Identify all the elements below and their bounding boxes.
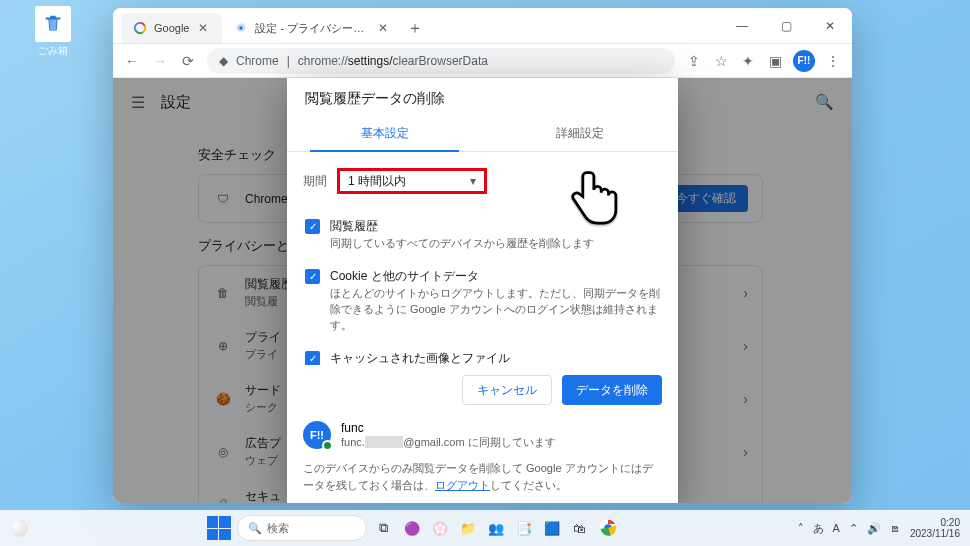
- cancel-button[interactable]: キャンセル: [462, 375, 552, 405]
- google-favicon-icon: [133, 21, 147, 35]
- time-range-select[interactable]: 1 時間以内 ▾: [337, 168, 487, 194]
- pinned-app-icon[interactable]: 📑: [513, 517, 535, 539]
- ime-indicator[interactable]: A: [833, 522, 840, 534]
- wifi-icon[interactable]: ⌃: [849, 522, 858, 535]
- option-cookies[interactable]: ✓ Cookie と他のサイトデータ ほとんどのサイトからログアウトします。ただ…: [303, 260, 662, 342]
- chrome-window: Google ✕ 設定 - プライバシーとセキュリティ ✕ ＋ — ▢ ✕ ← …: [113, 8, 852, 503]
- teams-icon[interactable]: 👥: [485, 517, 507, 539]
- account-avatar: F!!: [303, 421, 331, 449]
- account-info: F!! func func.xxxxxxx@gmail.com に同期しています: [287, 415, 678, 456]
- dialog-tabs: 基本設定 詳細設定: [287, 116, 678, 152]
- reading-list-icon[interactable]: ▣: [766, 53, 784, 69]
- start-button[interactable]: [207, 516, 231, 540]
- star-icon[interactable]: ☆: [712, 53, 730, 69]
- share-icon[interactable]: ⇪: [685, 53, 703, 69]
- tray-chevron-icon[interactable]: ˄: [798, 522, 804, 535]
- recycle-bin-icon: [35, 6, 71, 42]
- time-range-label: 期間: [303, 173, 327, 190]
- back-button[interactable]: ←: [123, 53, 141, 69]
- edge-icon[interactable]: 🟦: [541, 517, 563, 539]
- titlebar: Google ✕ 設定 - プライバシーとセキュリティ ✕ ＋ — ▢ ✕: [113, 8, 852, 44]
- close-button[interactable]: ✕: [808, 8, 852, 43]
- tab-close-icon[interactable]: ✕: [376, 21, 390, 35]
- taskbar-search[interactable]: 🔍 検索: [237, 515, 367, 541]
- task-view-icon[interactable]: ⧉: [373, 517, 395, 539]
- system-tray: ˄ あ A ⌃ 🔊 🗈 0:20 2023/11/16: [798, 517, 960, 540]
- kebab-menu-icon[interactable]: ⋮: [824, 53, 842, 69]
- pinned-app-icon[interactable]: 💮: [429, 517, 451, 539]
- new-tab-button[interactable]: ＋: [402, 18, 428, 39]
- forward-button[interactable]: →: [151, 53, 169, 69]
- tab-advanced[interactable]: 詳細設定: [483, 116, 679, 151]
- clock[interactable]: 0:20 2023/11/16: [910, 517, 960, 540]
- option-browsing-history[interactable]: ✓ 閲覧履歴 同期しているすべてのデバイスから履歴を削除します: [303, 210, 662, 260]
- address-bar[interactable]: ◆ Chrome | chrome://settings/clearBrowse…: [207, 48, 675, 74]
- dialog-body: 期間 1 時間以内 ▾ ✓ 閲覧履歴 同期しているすべてのデバイスから履歴を削除…: [287, 152, 678, 365]
- dialog-footer-note: このデバイスからのみ閲覧データを削除して Google アカウントにはデータを残…: [287, 456, 678, 503]
- recycle-bin-label: ごみ箱: [38, 45, 68, 56]
- taskbar-widgets[interactable]: [10, 519, 28, 537]
- dialog-title: 閲覧履歴データの削除: [287, 78, 678, 116]
- profile-avatar[interactable]: F!!: [793, 50, 815, 72]
- tab-settings[interactable]: 設定 - プライバシーとセキュリティ ✕: [222, 13, 402, 43]
- pinned-app-icon[interactable]: 🟣: [401, 517, 423, 539]
- gear-favicon-icon: [234, 21, 248, 35]
- minimize-button[interactable]: —: [720, 8, 764, 43]
- option-cache[interactable]: ✓ キャッシュされた画像とファイル 最大で 12.1 MB を解放します。サイト…: [303, 342, 662, 365]
- chrome-taskbar-icon[interactable]: [597, 517, 619, 539]
- recycle-bin-desktop-icon[interactable]: ごみ箱: [25, 6, 81, 58]
- account-name: func: [341, 421, 556, 435]
- checkbox-checked-icon[interactable]: ✓: [305, 269, 320, 284]
- checkbox-checked-icon[interactable]: ✓: [305, 219, 320, 234]
- taskbar: 🔍 検索 ⧉ 🟣 💮 📁 👥 📑 🟦 🛍 ˄ あ A ⌃ 🔊 🗈 0:20 20…: [0, 510, 970, 546]
- reload-button[interactable]: ⟳: [179, 53, 197, 69]
- volume-icon[interactable]: 🔊: [867, 522, 881, 535]
- page: ☰ 設定 🔍 安全チェック 🛡 Chrome 今すぐ確認 プライバシーと 🗑 閲…: [113, 78, 852, 503]
- logout-link[interactable]: ログアウト: [435, 479, 490, 491]
- tab-strip: Google ✕ 設定 - プライバシーとセキュリティ ✕ ＋: [113, 8, 720, 43]
- toolbar: ← → ⟳ ◆ Chrome | chrome://settings/clear…: [113, 44, 852, 78]
- store-icon[interactable]: 🛍: [569, 517, 591, 539]
- tab-basic[interactable]: 基本設定: [287, 116, 483, 151]
- checkbox-checked-icon[interactable]: ✓: [305, 351, 320, 365]
- extensions-icon[interactable]: ✦: [739, 53, 757, 69]
- ime-indicator[interactable]: あ: [813, 521, 824, 536]
- account-email: func.xxxxxxx@gmail.com に同期しています: [341, 435, 556, 450]
- tab-google[interactable]: Google ✕: [121, 13, 222, 43]
- clear-browsing-data-dialog: 閲覧履歴データの削除 基本設定 詳細設定 期間 1 時間以内 ▾ ✓ 閲覧履歴: [287, 78, 678, 503]
- weather-icon: [10, 519, 28, 537]
- sync-badge-icon: [322, 440, 333, 451]
- tab-title: 設定 - プライバシーとセキュリティ: [255, 21, 369, 36]
- tab-title: Google: [154, 22, 189, 34]
- search-icon: 🔍: [248, 522, 262, 535]
- scheme-icon: ◆: [219, 54, 228, 68]
- window-controls: — ▢ ✕: [720, 8, 852, 43]
- tab-close-icon[interactable]: ✕: [196, 21, 210, 35]
- dialog-actions: キャンセル データを削除: [287, 365, 678, 415]
- chevron-down-icon: ▾: [470, 174, 476, 188]
- explorer-icon[interactable]: 📁: [457, 517, 479, 539]
- battery-icon[interactable]: 🗈: [890, 522, 901, 534]
- taskbar-center: 🔍 検索 ⧉ 🟣 💮 📁 👥 📑 🟦 🛍: [28, 515, 798, 541]
- toolbar-right: ⇪ ☆ ✦ ▣ F!! ⋮: [685, 50, 842, 72]
- time-range-row: 期間 1 時間以内 ▾: [303, 168, 662, 194]
- maximize-button[interactable]: ▢: [764, 8, 808, 43]
- clear-data-button[interactable]: データを削除: [562, 375, 662, 405]
